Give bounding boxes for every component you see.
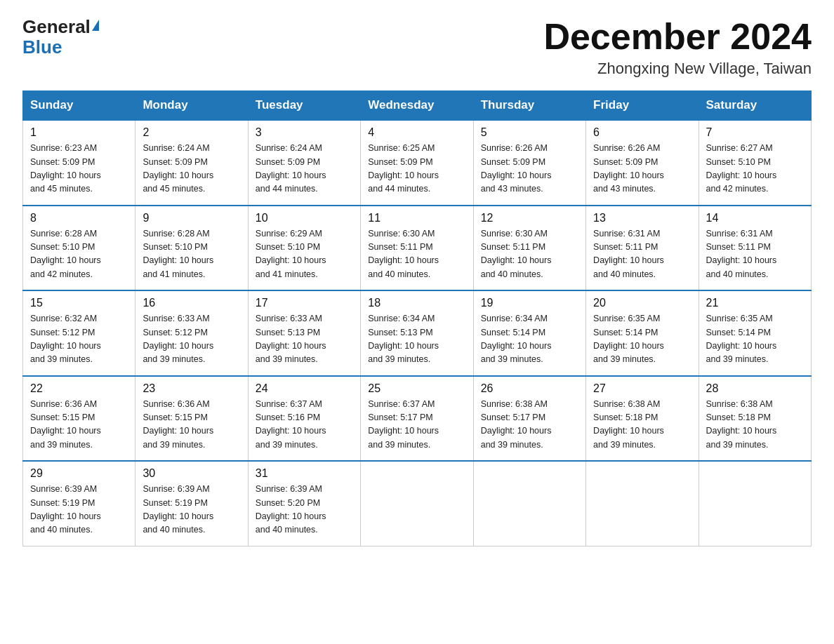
weekday-header-thursday: Thursday — [473, 91, 585, 121]
empty-cell — [586, 461, 699, 546]
day-number: 3 — [256, 126, 353, 139]
day-info: Sunrise: 6:38 AMSunset: 5:17 PMDaylight:… — [481, 398, 578, 452]
weekday-header-tuesday: Tuesday — [248, 91, 360, 121]
day-info: Sunrise: 6:30 AMSunset: 5:11 PMDaylight:… — [368, 227, 465, 282]
day-number: 13 — [593, 212, 691, 224]
day-number: 29 — [30, 467, 128, 480]
logo-triangle-icon — [92, 20, 99, 31]
calendar-day-cell: 20Sunrise: 6:35 AMSunset: 5:14 PMDayligh… — [586, 290, 699, 376]
day-number: 9 — [143, 212, 240, 224]
day-number: 25 — [368, 382, 465, 395]
day-info: Sunrise: 6:26 AMSunset: 5:09 PMDaylight:… — [593, 142, 691, 196]
day-number: 19 — [481, 297, 578, 309]
day-number: 5 — [481, 126, 578, 139]
empty-cell — [361, 461, 473, 546]
day-number: 24 — [256, 382, 353, 395]
location-title: Zhongxing New Village, Taiwan — [543, 60, 812, 78]
day-number: 11 — [368, 212, 465, 224]
calendar-day-cell: 12Sunrise: 6:30 AMSunset: 5:11 PMDayligh… — [473, 206, 585, 291]
day-info: Sunrise: 6:30 AMSunset: 5:11 PMDaylight:… — [481, 227, 578, 282]
day-number: 7 — [706, 126, 804, 139]
day-info: Sunrise: 6:28 AMSunset: 5:10 PMDaylight:… — [143, 227, 240, 282]
calendar-day-cell: 2Sunrise: 6:24 AMSunset: 5:09 PMDaylight… — [135, 120, 248, 206]
month-title: December 2024 — [543, 17, 812, 57]
calendar-table: SundayMondayTuesdayWednesdayThursdayFrid… — [22, 90, 812, 546]
day-number: 18 — [368, 297, 465, 309]
day-number: 17 — [256, 297, 353, 309]
day-number: 30 — [143, 467, 240, 480]
day-info: Sunrise: 6:31 AMSunset: 5:11 PMDaylight:… — [593, 227, 691, 282]
calendar-week-row: 29Sunrise: 6:39 AMSunset: 5:19 PMDayligh… — [23, 461, 812, 546]
calendar-week-row: 22Sunrise: 6:36 AMSunset: 5:15 PMDayligh… — [23, 376, 812, 462]
day-number: 27 — [593, 382, 691, 395]
day-info: Sunrise: 6:37 AMSunset: 5:17 PMDaylight:… — [368, 398, 465, 452]
day-info: Sunrise: 6:38 AMSunset: 5:18 PMDaylight:… — [706, 398, 804, 452]
day-info: Sunrise: 6:24 AMSunset: 5:09 PMDaylight:… — [143, 142, 240, 196]
calendar-day-cell: 23Sunrise: 6:36 AMSunset: 5:15 PMDayligh… — [135, 376, 248, 462]
calendar-day-cell: 30Sunrise: 6:39 AMSunset: 5:19 PMDayligh… — [135, 461, 248, 546]
calendar-day-cell: 14Sunrise: 6:31 AMSunset: 5:11 PMDayligh… — [699, 206, 811, 291]
day-number: 22 — [30, 382, 128, 395]
day-info: Sunrise: 6:34 AMSunset: 5:13 PMDaylight:… — [368, 312, 465, 367]
calendar-day-cell: 17Sunrise: 6:33 AMSunset: 5:13 PMDayligh… — [248, 290, 360, 376]
calendar-day-cell: 27Sunrise: 6:38 AMSunset: 5:18 PMDayligh… — [586, 376, 699, 462]
day-number: 1 — [30, 126, 128, 139]
weekday-header-sunday: Sunday — [23, 91, 135, 121]
calendar-day-cell: 22Sunrise: 6:36 AMSunset: 5:15 PMDayligh… — [23, 376, 135, 462]
empty-cell — [699, 461, 811, 546]
day-info: Sunrise: 6:36 AMSunset: 5:15 PMDaylight:… — [143, 398, 240, 452]
calendar-header-row: SundayMondayTuesdayWednesdayThursdayFrid… — [23, 91, 812, 121]
day-number: 28 — [706, 382, 804, 395]
day-info: Sunrise: 6:23 AMSunset: 5:09 PMDaylight:… — [30, 142, 128, 196]
day-info: Sunrise: 6:24 AMSunset: 5:09 PMDaylight:… — [256, 142, 353, 196]
calendar-day-cell: 18Sunrise: 6:34 AMSunset: 5:13 PMDayligh… — [361, 290, 473, 376]
day-number: 6 — [593, 126, 691, 139]
day-info: Sunrise: 6:29 AMSunset: 5:10 PMDaylight:… — [256, 227, 353, 282]
day-info: Sunrise: 6:35 AMSunset: 5:14 PMDaylight:… — [706, 312, 804, 367]
calendar-day-cell: 24Sunrise: 6:37 AMSunset: 5:16 PMDayligh… — [248, 376, 360, 462]
day-info: Sunrise: 6:39 AMSunset: 5:19 PMDaylight:… — [30, 483, 128, 537]
day-number: 8 — [30, 212, 128, 224]
day-info: Sunrise: 6:35 AMSunset: 5:14 PMDaylight:… — [593, 312, 691, 367]
weekday-header-monday: Monday — [135, 91, 248, 121]
day-info: Sunrise: 6:32 AMSunset: 5:12 PMDaylight:… — [30, 312, 128, 367]
day-number: 2 — [143, 126, 240, 139]
weekday-header-saturday: Saturday — [699, 91, 811, 121]
calendar-day-cell: 6Sunrise: 6:26 AMSunset: 5:09 PMDaylight… — [586, 120, 699, 206]
calendar-day-cell: 21Sunrise: 6:35 AMSunset: 5:14 PMDayligh… — [699, 290, 811, 376]
day-info: Sunrise: 6:38 AMSunset: 5:18 PMDaylight:… — [593, 398, 691, 452]
day-number: 23 — [143, 382, 240, 395]
day-number: 10 — [256, 212, 353, 224]
calendar-day-cell: 10Sunrise: 6:29 AMSunset: 5:10 PMDayligh… — [248, 206, 360, 291]
weekday-header-friday: Friday — [586, 91, 699, 121]
day-number: 4 — [368, 126, 465, 139]
calendar-day-cell: 31Sunrise: 6:39 AMSunset: 5:20 PMDayligh… — [248, 461, 360, 546]
calendar-week-row: 1Sunrise: 6:23 AMSunset: 5:09 PMDaylight… — [23, 120, 812, 206]
day-number: 16 — [143, 297, 240, 309]
calendar-day-cell: 3Sunrise: 6:24 AMSunset: 5:09 PMDaylight… — [248, 120, 360, 206]
title-block: December 2024 Zhongxing New Village, Tai… — [543, 17, 812, 78]
day-info: Sunrise: 6:33 AMSunset: 5:13 PMDaylight:… — [256, 312, 353, 367]
calendar-week-row: 8Sunrise: 6:28 AMSunset: 5:10 PMDaylight… — [23, 206, 812, 291]
calendar-week-row: 15Sunrise: 6:32 AMSunset: 5:12 PMDayligh… — [23, 290, 812, 376]
calendar-day-cell: 25Sunrise: 6:37 AMSunset: 5:17 PMDayligh… — [361, 376, 473, 462]
calendar-day-cell: 9Sunrise: 6:28 AMSunset: 5:10 PMDaylight… — [135, 206, 248, 291]
calendar-day-cell: 15Sunrise: 6:32 AMSunset: 5:12 PMDayligh… — [23, 290, 135, 376]
calendar-day-cell: 16Sunrise: 6:33 AMSunset: 5:12 PMDayligh… — [135, 290, 248, 376]
weekday-header-wednesday: Wednesday — [361, 91, 473, 121]
day-number: 12 — [481, 212, 578, 224]
day-info: Sunrise: 6:26 AMSunset: 5:09 PMDaylight:… — [481, 142, 578, 196]
day-number: 21 — [706, 297, 804, 309]
calendar-day-cell: 29Sunrise: 6:39 AMSunset: 5:19 PMDayligh… — [23, 461, 135, 546]
calendar-day-cell: 26Sunrise: 6:38 AMSunset: 5:17 PMDayligh… — [473, 376, 585, 462]
day-info: Sunrise: 6:25 AMSunset: 5:09 PMDaylight:… — [368, 142, 465, 196]
calendar-day-cell: 4Sunrise: 6:25 AMSunset: 5:09 PMDaylight… — [361, 120, 473, 206]
day-info: Sunrise: 6:39 AMSunset: 5:19 PMDaylight:… — [143, 483, 240, 537]
calendar-day-cell: 13Sunrise: 6:31 AMSunset: 5:11 PMDayligh… — [586, 206, 699, 291]
logo-general: General — [22, 17, 91, 37]
calendar-day-cell: 5Sunrise: 6:26 AMSunset: 5:09 PMDaylight… — [473, 120, 585, 206]
day-info: Sunrise: 6:36 AMSunset: 5:15 PMDaylight:… — [30, 398, 128, 452]
day-number: 20 — [593, 297, 691, 309]
calendar-day-cell: 19Sunrise: 6:34 AMSunset: 5:14 PMDayligh… — [473, 290, 585, 376]
logo-blue: Blue — [22, 36, 62, 58]
